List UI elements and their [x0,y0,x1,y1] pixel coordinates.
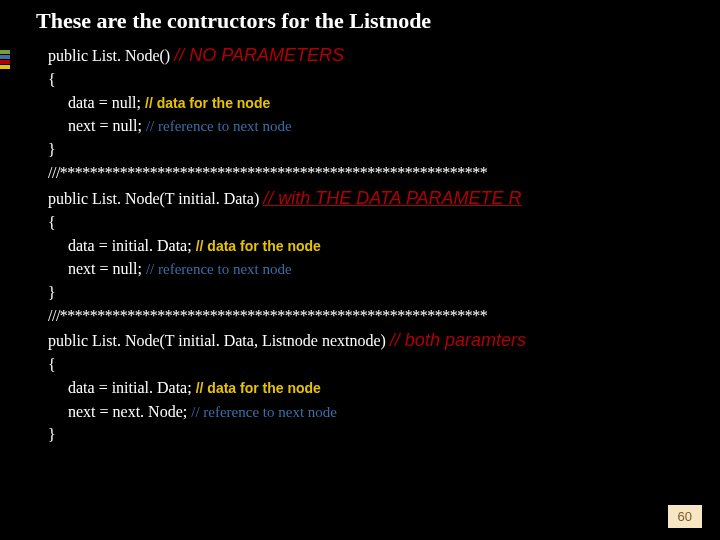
brace-open: { [48,353,720,376]
comment-yellow: // data for the node [145,95,270,111]
code-block: public List. Node() // NO PARAMETERS { d… [0,34,720,447]
code-line: next = null; // reference to next node [48,257,720,281]
comment-yellow: // data for the node [196,380,321,396]
page-number: 60 [668,505,702,528]
code-text: next = null; [68,260,142,277]
separator: ///*************************************… [48,161,720,184]
comment-blue: // reference to next node [146,118,292,134]
code-text: data = null; [68,94,141,111]
code-text: data = initial. Data; [68,379,192,396]
brace-close: } [48,138,720,161]
brace-close: } [48,281,720,304]
comment-red-underline: // with THE DATA PARAMETE R [263,188,521,208]
code-line: next = next. Node; // reference to next … [48,400,720,424]
accent-stripe [0,50,10,70]
code-text: public List. Node(T initial. Data) [48,190,259,207]
constructor3-signature: public List. Node(T initial. Data, Listn… [48,327,720,353]
constructor2-signature: public List. Node(T initial. Data) // wi… [48,185,720,211]
brace-close: } [48,423,720,446]
brace-open: { [48,211,720,234]
brace-open: { [48,68,720,91]
comment-blue: // reference to next node [191,404,337,420]
comment-red: // both paramters [390,330,526,350]
code-line: data = initial. Data; // data for the no… [48,376,720,399]
slide-title: These are the contructors for the Listno… [0,0,720,34]
separator: ///*************************************… [48,304,720,327]
code-text: public List. Node(T initial. Data, Listn… [48,332,386,349]
comment-yellow: // data for the node [196,238,321,254]
comment-blue: // reference to next node [146,261,292,277]
slide: These are the contructors for the Listno… [0,0,720,540]
constructor1-signature: public List. Node() // NO PARAMETERS [48,42,720,68]
code-text: next = next. Node; [68,403,187,420]
comment-red: // NO PARAMETERS [174,45,344,65]
code-text: data = initial. Data; [68,237,192,254]
code-line: data = null; // data for the node [48,91,720,114]
code-text: next = null; [68,117,142,134]
code-line: data = initial. Data; // data for the no… [48,234,720,257]
code-text: public List. Node() [48,47,170,64]
code-line: next = null; // reference to next node [48,114,720,138]
